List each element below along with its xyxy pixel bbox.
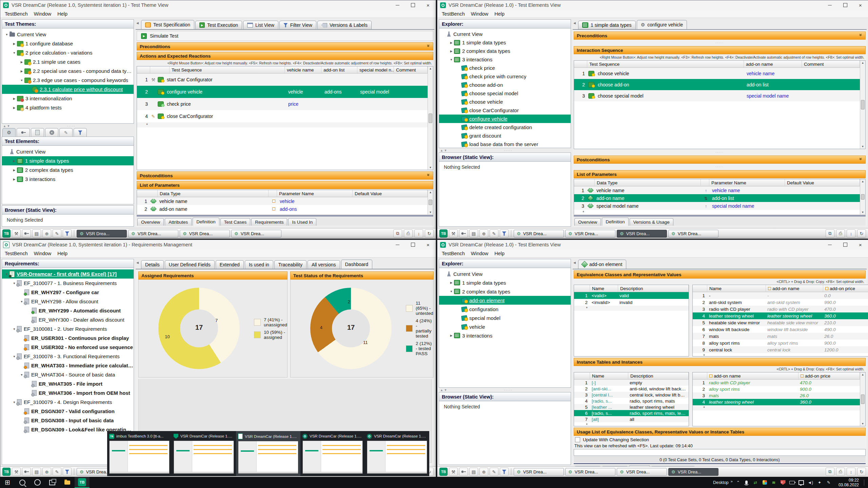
library-button[interactable]: ▤ (469, 229, 478, 238)
instance-row[interactable]: 1radio with CD player470.0 (693, 380, 860, 386)
tree-item[interactable]: configuration (439, 305, 571, 313)
tree-item[interactable]: Current View (2, 147, 134, 156)
minimize-button[interactable] (822, 0, 837, 10)
window-preview[interactable] (302, 441, 363, 474)
tree-item[interactable]: ER_WHY297 - Configure car (2, 288, 134, 297)
graphics-icon[interactable]: ≋ (771, 480, 776, 485)
key-button[interactable] (22, 468, 31, 476)
instance-tables-header[interactable]: Instance Tables and Instances (574, 358, 866, 366)
menu-item[interactable]: TestBench (439, 250, 468, 257)
expander-icon[interactable]: ▶ (449, 281, 454, 284)
library-button[interactable]: ▤ (469, 468, 478, 476)
tree-item[interactable]: ▶1 configure database (2, 39, 134, 48)
sync-icon[interactable]: ⇄ (753, 480, 758, 485)
titlebar[interactable]: VSR DreamCar (Release 1.0, Systemtest it… (0, 0, 436, 10)
representative-value-row[interactable]: * (693, 353, 868, 358)
interaction-row[interactable]: 1choose vehiclevehicle name (574, 68, 860, 79)
menu-item[interactable]: Window (31, 250, 55, 257)
tools-button[interactable]: ⚒ (449, 468, 458, 476)
section-splitter[interactable]: ····· (574, 150, 866, 154)
window-button[interactable]: VSR Drea... (77, 230, 127, 238)
view-tab[interactable]: Test Specification (141, 20, 194, 29)
menu-item[interactable]: Help (54, 11, 71, 17)
view-tab[interactable]: Filter View (279, 21, 316, 29)
tree-item[interactable]: delete created configuration (439, 123, 571, 131)
parameter-row[interactable]: 1vehicle namevehicle (137, 197, 428, 205)
microphone-icon[interactable] (744, 480, 749, 485)
collapse-panel-icon[interactable]: ◀ (136, 21, 139, 25)
detail-tab[interactable]: Test Cases (220, 218, 251, 226)
instance-row[interactable]: * (693, 405, 860, 410)
menu-item[interactable]: Window (468, 250, 492, 257)
preconditions-header[interactable]: Preconditions» (137, 42, 433, 50)
column-header[interactable]: Name (590, 372, 628, 379)
desktop-toolbar-label[interactable]: Desktop (713, 480, 729, 485)
expander-icon[interactable]: ▶ (12, 178, 17, 181)
filter-button[interactable] (500, 468, 509, 476)
actions-header[interactable]: Actions and Expected Reactions (137, 52, 433, 60)
start-button[interactable]: ⊞ (0, 477, 15, 488)
instance-table-row[interactable]: * (574, 422, 689, 427)
globe-button[interactable]: ⊕ (42, 468, 51, 476)
tree-item[interactable]: ER_WHY300 - Dealer allows discount (2, 315, 134, 324)
representative-value-row[interactable]: 3radio with CD playerradio with CD playe… (693, 306, 868, 312)
close-button[interactable]: × (853, 240, 868, 249)
tree-item[interactable]: ▶3 interactions (2, 175, 134, 184)
color-app-icon[interactable] (762, 480, 767, 485)
tree-item[interactable]: ▶3 interactions (439, 331, 571, 340)
menu-item[interactable]: TestBench (439, 11, 468, 17)
representative-value-row[interactable]: 1--0.0 (693, 292, 868, 299)
instance-table-row[interactable]: 3[central l...central lock, window lift … (574, 392, 689, 398)
window-button[interactable]: VSR Drea... (565, 468, 615, 476)
expander-icon[interactable]: ▼ (449, 58, 454, 61)
minimize-button[interactable] (822, 240, 837, 249)
interaction-row[interactable]: 3choose special modelspecial model name (574, 90, 860, 101)
element-tab[interactable]: configure vehicle (637, 20, 687, 29)
instance-row[interactable]: 2alloy sport rims900.0 (693, 386, 860, 392)
tree-item[interactable]: check price with currency (439, 72, 571, 81)
attachment-tab[interactable] (59, 128, 73, 137)
column-header[interactable]: Name (590, 285, 618, 292)
window-button[interactable]: VSR Drea... (231, 230, 281, 238)
tools-button[interactable]: ⚒ (449, 229, 458, 238)
column-header[interactable]: Data Type (158, 190, 269, 197)
menu-item[interactable]: Window (468, 11, 492, 17)
action-row[interactable]: 2configure vehiclevehicleadd-onsspecial … (137, 86, 428, 98)
column-header[interactable]: add-on name (744, 61, 802, 67)
interaction-sequence-header[interactable]: Interaction Sequence (574, 46, 866, 54)
expander-icon[interactable]: ▶ (19, 60, 24, 64)
filter-tab[interactable] (74, 128, 87, 137)
edit-button[interactable]: ✎ (53, 468, 61, 476)
tree-item[interactable]: choose special model (439, 89, 571, 98)
tree-item[interactable]: ▶2 complex data types (2, 165, 134, 175)
expander-icon[interactable]: ▶ (12, 42, 17, 45)
expander-icon[interactable]: ▶ (449, 41, 454, 44)
tree-item[interactable]: ER_USER302 - No enforced use sequence (2, 343, 134, 352)
edit-button[interactable]: ✎ (53, 229, 61, 238)
tree-item[interactable]: choose add-on (439, 81, 571, 89)
view-tab[interactable]: Test Execution (195, 21, 242, 29)
tree-item[interactable]: ▼VSR-Dreamcar - first draft (MS Excel) [… (2, 269, 134, 279)
interaction-row[interactable]: 2choose add-onadd-on list (574, 79, 860, 90)
instance-table-row[interactable]: 2[anti-ski...anti-skid, window lift back… (574, 386, 689, 392)
panels-button[interactable]: ⧉ (826, 229, 834, 238)
testbench-logo[interactable]: TB (439, 229, 448, 238)
tree-item[interactable]: ▶2.1 simple use cases (2, 57, 134, 66)
tree-item[interactable]: ▼EF_3100078 - 3. Functional Requirements (2, 352, 134, 361)
window-button[interactable]: VSR Drea... (617, 468, 667, 476)
action-row[interactable]: 3check priceprice (137, 98, 428, 110)
column-header[interactable]: Name (707, 285, 766, 292)
vertical-scrollbar[interactable]: ▲▼ (860, 179, 865, 215)
detail-tab[interactable]: Overview (574, 218, 601, 226)
postconditions-header[interactable]: Postconditions» (574, 156, 866, 164)
tree-item[interactable]: 2.3.1 calculate price without discount (2, 85, 134, 94)
defect-tab[interactable] (45, 128, 58, 137)
filter-button[interactable] (63, 229, 72, 238)
column-header[interactable]: Test Sequence (587, 61, 744, 67)
tree-item[interactable]: ▶2.2 special use cases - compound data t… (2, 66, 134, 76)
column-header[interactable]: add-on list (321, 66, 357, 73)
tree-item[interactable]: vehicle (439, 322, 571, 331)
file-explorer-button[interactable] (60, 477, 75, 488)
window-button[interactable]: VSR Drea... (128, 230, 178, 238)
window-button[interactable]: VSR Drea... (180, 230, 230, 238)
